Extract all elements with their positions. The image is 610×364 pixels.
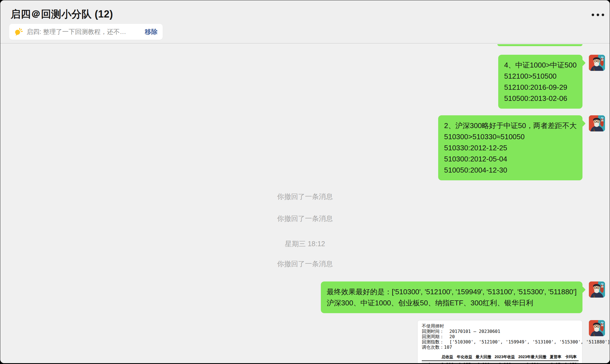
recalled-message-notice: 你撤回了一条消息 [0,260,610,268]
table-cell: 1.172 [563,361,579,363]
table-header: 夏普率 [548,354,563,361]
recalled-message-notice: 你撤回了一条消息 [0,214,610,223]
message-line: 510500:2013-02-06 [504,93,577,104]
table-header: 总收益 [440,354,455,361]
table-header: 2023年最大回撤 [517,354,548,361]
message-line: 510300:2012-05-04 [444,153,577,164]
message-line: 最终效果最好的是：['510300', '512100', '159949', … [327,286,577,297]
backtest-line: 回测时间： 20170101 — 20230601 [422,329,578,334]
message-bubble[interactable]: 2、沪深300略好于中证50，两者差距不大 510300>510330≈5100… [438,115,582,180]
backtest-line: 回测指数： ['510300', '512100', '159949', '51… [422,339,578,345]
old-man-portrait-avatar-image [589,115,605,131]
old-man-portrait-avatar-image [589,55,605,71]
table-cell: 0.257 [455,361,474,363]
announcement-bubble-icon [14,28,23,36]
partial-message-bubble[interactable] [497,44,582,46]
table-cell: 1.17 [548,361,563,363]
chat-window: 启四＠回测小分队 (12) 启四: 整理了一下回测教程，还不… 移除 4、中证1… [0,0,610,363]
message-line: 2、沪深300略好于中证50，两者差距不大 [444,120,577,131]
avatar[interactable] [589,55,605,71]
message-line: 510300>510330≈510050 [444,131,577,142]
message-line: 512100:2016-09-29 [504,82,577,93]
table-row: return 3.326 0.257 0.219 0.066 0.094 1.1… [422,361,579,363]
row-label: return [422,361,440,363]
chat-header: 启四＠回测小分队 (12) 启四: 整理了一下回测教程，还不… 移除 [0,0,610,44]
backtest-image-message[interactable]: 不使用择时 回测时间： 20170101 — 20230601 回测周期： 20… [417,320,582,363]
avatar[interactable] [589,320,605,336]
message-line: 512100>510500 [504,71,577,82]
message-line: 510050:2004-12-30 [444,164,577,176]
old-man-portrait-avatar-image [589,320,605,336]
recalled-message-notice: 你撤回了一条消息 [0,192,610,201]
message-line: 4、中证1000>中证500 [504,59,577,71]
message-line: 510330:2012-12-25 [444,142,577,153]
message-bubble[interactable]: 4、中证1000>中证500 512100>510500 512100:2016… [498,55,582,109]
table-header: 卡玛率 [563,354,579,361]
table-header: 最大回撤 [474,354,493,361]
backtest-stats-table: 总收益 年化收益 最大回撤 2023年收益 2023年最大回撤 夏普率 卡玛率 … [422,354,579,363]
announcement-text: 启四: 整理了一下回测教程，还不… [27,28,141,36]
old-man-portrait-avatar-image [589,281,605,298]
chat-area[interactable]: 4、中证1000>中证500 512100>510500 512100:2016… [0,44,610,363]
backtest-line: 调仓次数：107 [422,345,578,350]
message-line: 沪深300、中证1000、创业板50、纳指ETF、300红利、银华日利 [327,297,577,308]
message-bubble[interactable]: 最终效果最好的是：['510300', '512100', '159949', … [321,281,582,313]
timestamp: 星期三 18:12 [0,240,610,248]
more-dot-icon [602,14,604,16]
table-corner-cell [422,354,440,361]
remove-announcement-button[interactable]: 移除 [145,28,158,36]
table-header: 年化收益 [455,354,474,361]
bubble-tail [579,120,586,127]
avatar[interactable] [589,115,605,131]
table-cell: 0.094 [517,361,548,363]
table-header: 2023年收益 [493,354,517,361]
more-dot-icon [597,14,599,16]
more-dot-icon [592,14,594,16]
table-header-row: 总收益 年化收益 最大回撤 2023年收益 2023年最大回撤 夏普率 卡玛率 [422,354,579,361]
chat-title: 启四＠回测小分队 (12) [11,8,113,21]
table-cell: 0.066 [493,361,517,363]
bubble-tail [579,59,586,66]
table-cell: 3.326 [440,361,455,363]
more-menu-button[interactable] [591,13,605,17]
announcement-bar[interactable]: 启四: 整理了一下回测教程，还不… 移除 [9,24,163,40]
backtest-line: 回测周期： 20 [422,334,578,339]
bubble-tail [579,286,586,293]
avatar[interactable] [589,281,605,298]
table-cell: 0.219 [474,361,493,363]
backtest-line: 不使用择时 [422,323,578,329]
